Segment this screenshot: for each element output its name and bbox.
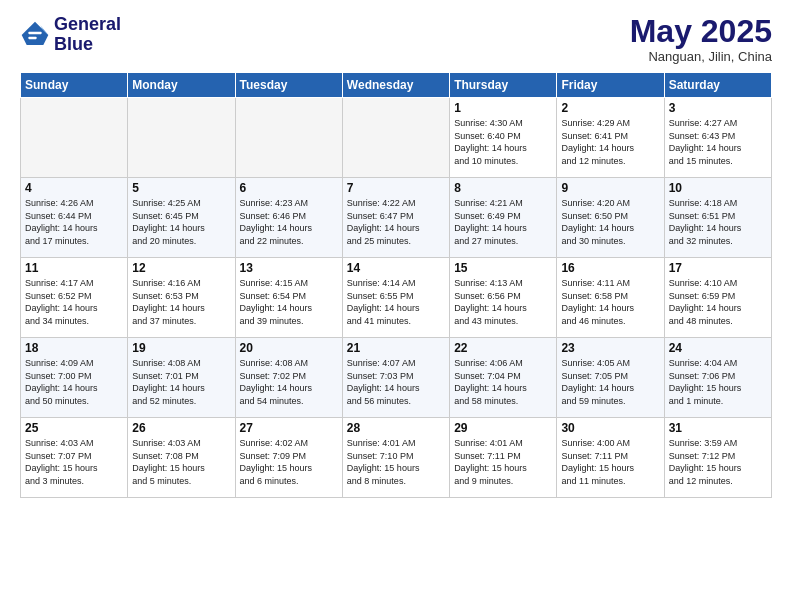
header-thursday: Thursday (450, 73, 557, 98)
calendar-cell: 26Sunrise: 4:03 AM Sunset: 7:08 PM Dayli… (128, 418, 235, 498)
calendar-cell: 17Sunrise: 4:10 AM Sunset: 6:59 PM Dayli… (664, 258, 771, 338)
day-number: 2 (561, 101, 659, 115)
calendar-cell: 15Sunrise: 4:13 AM Sunset: 6:56 PM Dayli… (450, 258, 557, 338)
day-number: 30 (561, 421, 659, 435)
header-friday: Friday (557, 73, 664, 98)
day-number: 18 (25, 341, 123, 355)
calendar-week-row: 11Sunrise: 4:17 AM Sunset: 6:52 PM Dayli… (21, 258, 772, 338)
day-detail: Sunrise: 4:14 AM Sunset: 6:55 PM Dayligh… (347, 277, 445, 327)
calendar-cell (342, 98, 449, 178)
day-detail: Sunrise: 4:01 AM Sunset: 7:11 PM Dayligh… (454, 437, 552, 487)
day-detail: Sunrise: 4:20 AM Sunset: 6:50 PM Dayligh… (561, 197, 659, 247)
day-detail: Sunrise: 4:04 AM Sunset: 7:06 PM Dayligh… (669, 357, 767, 407)
calendar-cell: 29Sunrise: 4:01 AM Sunset: 7:11 PM Dayli… (450, 418, 557, 498)
day-detail: Sunrise: 4:30 AM Sunset: 6:40 PM Dayligh… (454, 117, 552, 167)
calendar-cell (235, 98, 342, 178)
calendar-cell: 10Sunrise: 4:18 AM Sunset: 6:51 PM Dayli… (664, 178, 771, 258)
calendar-cell (21, 98, 128, 178)
header-tuesday: Tuesday (235, 73, 342, 98)
day-detail: Sunrise: 4:13 AM Sunset: 6:56 PM Dayligh… (454, 277, 552, 327)
day-number: 29 (454, 421, 552, 435)
day-number: 21 (347, 341, 445, 355)
days-header-row: Sunday Monday Tuesday Wednesday Thursday… (21, 73, 772, 98)
day-number: 17 (669, 261, 767, 275)
logo-text: General Blue (54, 15, 121, 55)
calendar-cell: 21Sunrise: 4:07 AM Sunset: 7:03 PM Dayli… (342, 338, 449, 418)
day-detail: Sunrise: 4:00 AM Sunset: 7:11 PM Dayligh… (561, 437, 659, 487)
day-number: 26 (132, 421, 230, 435)
calendar-cell: 8Sunrise: 4:21 AM Sunset: 6:49 PM Daylig… (450, 178, 557, 258)
day-detail: Sunrise: 3:59 AM Sunset: 7:12 PM Dayligh… (669, 437, 767, 487)
calendar-cell (128, 98, 235, 178)
day-number: 6 (240, 181, 338, 195)
calendar-cell: 27Sunrise: 4:02 AM Sunset: 7:09 PM Dayli… (235, 418, 342, 498)
day-detail: Sunrise: 4:15 AM Sunset: 6:54 PM Dayligh… (240, 277, 338, 327)
day-detail: Sunrise: 4:25 AM Sunset: 6:45 PM Dayligh… (132, 197, 230, 247)
page: General Blue May 2025 Nanguan, Jilin, Ch… (0, 0, 792, 612)
day-number: 10 (669, 181, 767, 195)
day-detail: Sunrise: 4:22 AM Sunset: 6:47 PM Dayligh… (347, 197, 445, 247)
header-sunday: Sunday (21, 73, 128, 98)
calendar-cell: 1Sunrise: 4:30 AM Sunset: 6:40 PM Daylig… (450, 98, 557, 178)
calendar-cell: 20Sunrise: 4:08 AM Sunset: 7:02 PM Dayli… (235, 338, 342, 418)
svg-rect-3 (28, 36, 36, 39)
header-saturday: Saturday (664, 73, 771, 98)
day-detail: Sunrise: 4:23 AM Sunset: 6:46 PM Dayligh… (240, 197, 338, 247)
day-detail: Sunrise: 4:08 AM Sunset: 7:02 PM Dayligh… (240, 357, 338, 407)
day-detail: Sunrise: 4:11 AM Sunset: 6:58 PM Dayligh… (561, 277, 659, 327)
calendar-cell: 14Sunrise: 4:14 AM Sunset: 6:55 PM Dayli… (342, 258, 449, 338)
calendar-cell: 3Sunrise: 4:27 AM Sunset: 6:43 PM Daylig… (664, 98, 771, 178)
day-detail: Sunrise: 4:03 AM Sunset: 7:07 PM Dayligh… (25, 437, 123, 487)
logo-icon (20, 20, 50, 50)
day-number: 23 (561, 341, 659, 355)
logo-line2: Blue (54, 35, 121, 55)
day-number: 20 (240, 341, 338, 355)
day-detail: Sunrise: 4:21 AM Sunset: 6:49 PM Dayligh… (454, 197, 552, 247)
calendar-cell: 4Sunrise: 4:26 AM Sunset: 6:44 PM Daylig… (21, 178, 128, 258)
calendar-cell: 9Sunrise: 4:20 AM Sunset: 6:50 PM Daylig… (557, 178, 664, 258)
day-number: 7 (347, 181, 445, 195)
day-number: 9 (561, 181, 659, 195)
day-number: 25 (25, 421, 123, 435)
day-detail: Sunrise: 4:08 AM Sunset: 7:01 PM Dayligh… (132, 357, 230, 407)
day-detail: Sunrise: 4:26 AM Sunset: 6:44 PM Dayligh… (25, 197, 123, 247)
day-number: 15 (454, 261, 552, 275)
day-number: 14 (347, 261, 445, 275)
day-number: 31 (669, 421, 767, 435)
logo-line1: General (54, 15, 121, 35)
calendar-cell: 30Sunrise: 4:00 AM Sunset: 7:11 PM Dayli… (557, 418, 664, 498)
calendar-cell: 12Sunrise: 4:16 AM Sunset: 6:53 PM Dayli… (128, 258, 235, 338)
day-detail: Sunrise: 4:27 AM Sunset: 6:43 PM Dayligh… (669, 117, 767, 167)
calendar-cell: 7Sunrise: 4:22 AM Sunset: 6:47 PM Daylig… (342, 178, 449, 258)
calendar-cell: 13Sunrise: 4:15 AM Sunset: 6:54 PM Dayli… (235, 258, 342, 338)
calendar-week-row: 4Sunrise: 4:26 AM Sunset: 6:44 PM Daylig… (21, 178, 772, 258)
day-number: 1 (454, 101, 552, 115)
calendar-cell: 31Sunrise: 3:59 AM Sunset: 7:12 PM Dayli… (664, 418, 771, 498)
logo: General Blue (20, 15, 121, 55)
day-number: 28 (347, 421, 445, 435)
calendar-table: Sunday Monday Tuesday Wednesday Thursday… (20, 72, 772, 498)
day-number: 16 (561, 261, 659, 275)
calendar-cell: 22Sunrise: 4:06 AM Sunset: 7:04 PM Dayli… (450, 338, 557, 418)
day-number: 12 (132, 261, 230, 275)
svg-rect-2 (28, 31, 41, 34)
calendar-week-row: 1Sunrise: 4:30 AM Sunset: 6:40 PM Daylig… (21, 98, 772, 178)
day-detail: Sunrise: 4:18 AM Sunset: 6:51 PM Dayligh… (669, 197, 767, 247)
day-number: 13 (240, 261, 338, 275)
day-number: 3 (669, 101, 767, 115)
calendar-cell: 28Sunrise: 4:01 AM Sunset: 7:10 PM Dayli… (342, 418, 449, 498)
day-detail: Sunrise: 4:10 AM Sunset: 6:59 PM Dayligh… (669, 277, 767, 327)
day-detail: Sunrise: 4:02 AM Sunset: 7:09 PM Dayligh… (240, 437, 338, 487)
day-detail: Sunrise: 4:03 AM Sunset: 7:08 PM Dayligh… (132, 437, 230, 487)
calendar-cell: 5Sunrise: 4:25 AM Sunset: 6:45 PM Daylig… (128, 178, 235, 258)
day-number: 19 (132, 341, 230, 355)
day-detail: Sunrise: 4:29 AM Sunset: 6:41 PM Dayligh… (561, 117, 659, 167)
calendar-cell: 18Sunrise: 4:09 AM Sunset: 7:00 PM Dayli… (21, 338, 128, 418)
calendar-cell: 25Sunrise: 4:03 AM Sunset: 7:07 PM Dayli… (21, 418, 128, 498)
calendar-week-row: 18Sunrise: 4:09 AM Sunset: 7:00 PM Dayli… (21, 338, 772, 418)
calendar-cell: 19Sunrise: 4:08 AM Sunset: 7:01 PM Dayli… (128, 338, 235, 418)
calendar-cell: 16Sunrise: 4:11 AM Sunset: 6:58 PM Dayli… (557, 258, 664, 338)
day-number: 27 (240, 421, 338, 435)
day-detail: Sunrise: 4:17 AM Sunset: 6:52 PM Dayligh… (25, 277, 123, 327)
calendar-cell: 2Sunrise: 4:29 AM Sunset: 6:41 PM Daylig… (557, 98, 664, 178)
